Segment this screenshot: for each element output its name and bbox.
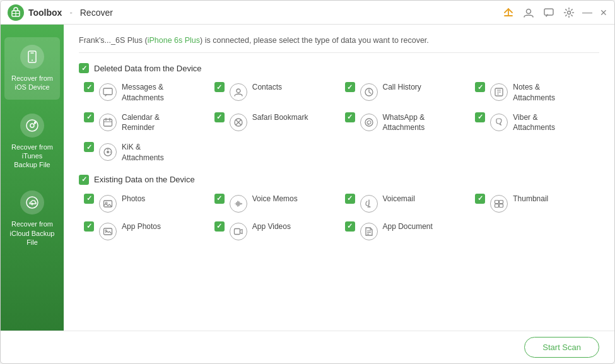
list-item: Messages &Attachments	[84, 82, 208, 103]
call-history-checkbox[interactable]	[345, 82, 355, 92]
connection-text-after: ) is connected, please select the type o…	[200, 36, 429, 45]
voicemail-checkbox[interactable]	[345, 194, 355, 204]
list-item: App Document	[345, 221, 469, 240]
voice-memos-checkbox[interactable]	[214, 194, 225, 204]
existing-items-grid: Photos Voice Memos Voicemail	[79, 194, 599, 240]
list-item: App Videos	[214, 221, 339, 240]
sidebar-item-itunes[interactable]: Recover from iTunes Backup File	[4, 106, 60, 177]
notes-checkbox[interactable]	[475, 82, 485, 92]
viber-label: Viber &Attachments	[513, 112, 555, 134]
close-button[interactable]: ✕	[599, 8, 608, 17]
list-item: App Photos	[84, 221, 208, 240]
deleted-section-title: Deleted Data from the Device	[94, 64, 202, 73]
svg-rect-43	[500, 204, 503, 207]
safari-checkbox[interactable]	[214, 112, 225, 122]
main-content: Frank's..._6S Plus (iPhone 6s Plus) is c…	[64, 25, 614, 331]
svg-point-45	[105, 230, 107, 231]
sidebar-item-ios[interactable]: Recover from iOS Device	[4, 37, 60, 100]
svg-rect-13	[103, 88, 112, 95]
sidebar: Recover from iOS Device Recover from iTu…	[1, 25, 64, 331]
voicemail-icon	[360, 195, 378, 213]
app-videos-icon	[230, 223, 247, 240]
thumbnail-label: Thumbnail	[513, 194, 548, 204]
contacts-icon	[230, 83, 247, 101]
icloud-icon	[20, 191, 44, 214]
messages-checkbox[interactable]	[84, 82, 94, 92]
ios-icon	[20, 45, 44, 69]
deleted-checkbox[interactable]	[79, 63, 89, 73]
app-document-checkbox[interactable]	[345, 221, 355, 232]
calendar-checkbox[interactable]	[84, 112, 94, 122]
existing-checkbox[interactable]	[79, 175, 89, 185]
whatsapp-label: WhatsApp &Attachments	[383, 112, 425, 134]
deleted-items-grid: Messages &Attachments Contacts Cal	[79, 82, 599, 163]
thumbnail-checkbox[interactable]	[475, 194, 485, 204]
title-sep: -	[69, 8, 72, 17]
connection-bar: Frank's..._6S Plus (iPhone 6s Plus) is c…	[79, 36, 599, 53]
share-icon[interactable]	[502, 6, 515, 19]
photos-label: Photos	[122, 194, 145, 204]
minimize-button[interactable]: —	[583, 8, 592, 17]
whatsapp-icon	[360, 114, 378, 131]
kik-icon	[99, 143, 117, 161]
app-name: Toolbox	[28, 8, 62, 18]
svg-rect-5	[544, 9, 553, 15]
svg-point-4	[527, 9, 531, 13]
list-item: Voice Memos	[214, 194, 339, 213]
chat-icon[interactable]	[542, 6, 555, 19]
svg-rect-42	[495, 204, 499, 207]
list-item: Photos	[84, 194, 208, 213]
svg-rect-20	[104, 119, 112, 126]
list-item: WhatsApp &Attachments	[345, 112, 469, 134]
itunes-icon	[20, 114, 44, 138]
svg-point-27	[365, 119, 373, 126]
device-link[interactable]: iPhone 6s Plus	[148, 36, 200, 45]
bottom-bar: Start Scan	[1, 331, 614, 363]
page-name: Recover	[80, 8, 113, 18]
app-document-label: App Document	[383, 221, 433, 232]
title-icons: — ✕	[502, 6, 608, 19]
start-scan-button[interactable]: Start Scan	[524, 337, 599, 358]
svg-point-11	[30, 124, 34, 127]
kik-checkbox[interactable]	[84, 142, 94, 152]
photos-icon	[99, 195, 117, 213]
svg-point-9	[32, 60, 33, 61]
svg-rect-41	[500, 200, 503, 203]
svg-point-29	[107, 151, 109, 153]
notes-label: Notes &Attachments	[513, 82, 555, 103]
connection-text-before: Frank's..._6S Plus (	[79, 36, 148, 45]
app-document-icon	[360, 223, 378, 240]
existing-section-header: Existing Data on the Device	[79, 175, 599, 185]
contacts-label: Contacts	[252, 82, 282, 93]
call-history-icon	[360, 83, 378, 101]
settings-icon[interactable]	[563, 6, 575, 19]
whatsapp-checkbox[interactable]	[345, 112, 355, 122]
list-item: Call History	[345, 82, 469, 103]
viber-checkbox[interactable]	[475, 112, 485, 122]
app-photos-checkbox[interactable]	[84, 221, 94, 232]
svg-rect-46	[234, 228, 240, 234]
list-item: Notes &Attachments	[475, 82, 599, 103]
calendar-label: Calendar &Reminder	[122, 112, 160, 134]
voicemail-label: Voicemail	[383, 194, 415, 204]
photos-checkbox[interactable]	[84, 194, 94, 204]
svg-point-14	[237, 89, 240, 93]
viber-icon	[490, 114, 508, 131]
list-item: Safari Bookmark	[214, 112, 339, 134]
safari-icon	[230, 114, 247, 131]
app-window: Toolbox - Recover	[0, 0, 615, 364]
svg-point-6	[568, 11, 571, 14]
svg-point-10	[26, 120, 38, 131]
sidebar-itunes-label: Recover from iTunes Backup File	[9, 143, 55, 170]
app-photos-icon	[99, 223, 117, 240]
app-videos-checkbox[interactable]	[214, 221, 225, 232]
sidebar-item-icloud[interactable]: Recover from iCloud Backup File	[4, 183, 60, 254]
toolbox-logo-icon	[7, 4, 25, 21]
user-icon[interactable]	[522, 6, 535, 19]
contacts-checkbox[interactable]	[214, 82, 225, 92]
voice-memos-label: Voice Memos	[252, 194, 298, 204]
kik-label: KiK &Attachments	[122, 142, 164, 163]
app-videos-label: App Videos	[252, 221, 291, 232]
app-photos-label: App Photos	[122, 221, 161, 232]
messages-label: Messages &Attachments	[122, 82, 164, 103]
